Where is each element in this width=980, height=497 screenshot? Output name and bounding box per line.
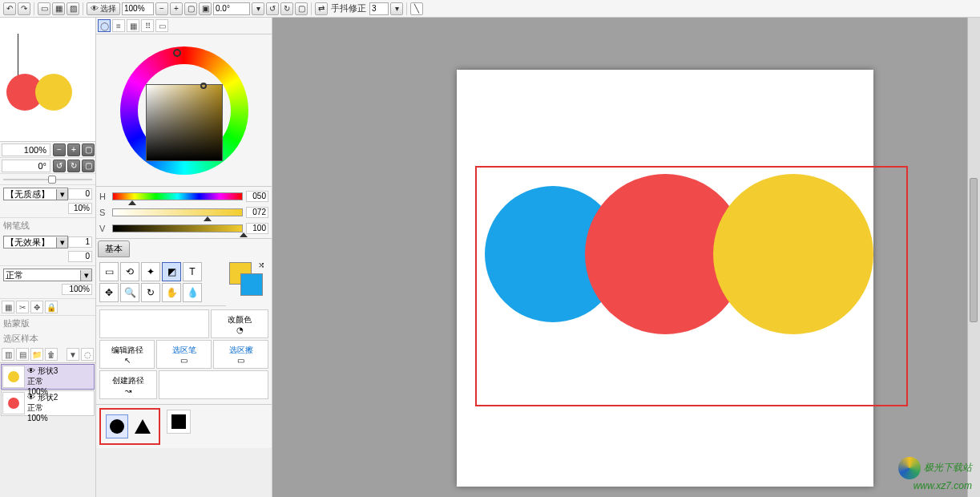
nav-slider[interactable] <box>0 174 95 185</box>
text-tool-icon[interactable]: T <box>183 262 202 281</box>
zoom-out-icon[interactable]: − <box>155 2 168 15</box>
new-linework-icon[interactable]: ▤ <box>16 348 29 361</box>
subtool-empty-1[interactable] <box>99 309 209 338</box>
effect-val-1[interactable]: 1 <box>68 236 92 248</box>
nav-rot-ccw-icon[interactable]: ↺ <box>53 160 66 172</box>
nav-rot-cw-icon[interactable]: ↻ <box>67 160 80 172</box>
canvas-area[interactable]: 极光下载站 www.xz7.com <box>272 18 980 497</box>
zoom-input[interactable] <box>122 2 154 15</box>
deselect-icon[interactable]: ▭ <box>38 2 50 15</box>
effect-combo[interactable]: 【无效果】▾ <box>3 236 68 248</box>
lasso-icon[interactable]: ⟲ <box>120 262 139 281</box>
background-color[interactable] <box>240 273 263 296</box>
texture-val-2[interactable]: 10% <box>68 203 92 214</box>
yellow-circle[interactable] <box>713 174 873 334</box>
hue-label: H <box>99 192 109 201</box>
clear-layer-icon[interactable]: ◌ <box>81 348 94 361</box>
sel-erase-button[interactable]: 选区擦▭ <box>213 340 268 369</box>
color-wheel-icon[interactable]: ◯ <box>98 19 111 32</box>
layer-name: 形状3 <box>38 366 58 376</box>
triangle-shape-button[interactable] <box>131 414 154 438</box>
zoom-tool-icon[interactable]: 🔍 <box>120 283 139 302</box>
texture-val-1[interactable]: 0 <box>68 188 92 200</box>
flip-horizontal-icon[interactable]: ⇄ <box>315 2 328 15</box>
angle-dropdown-icon[interactable]: ▾ <box>252 2 264 15</box>
edit-path-button[interactable]: 编辑路径↖ <box>99 340 155 369</box>
selection-style-label: 选区样本 <box>0 331 95 346</box>
zoom-fit-icon[interactable]: ▢ <box>184 2 197 15</box>
eye-icon[interactable]: 👁 <box>27 392 35 402</box>
preserve-opacity-icon[interactable]: ▦ <box>2 301 14 313</box>
delete-layer-icon[interactable]: 🗑 <box>45 348 58 361</box>
hue-value[interactable]: 050 <box>246 191 268 202</box>
change-color-button[interactable]: 改颜色◔ <box>211 309 268 338</box>
color-mixer-icon[interactable]: ▦ <box>127 19 139 32</box>
rect-select-icon[interactable]: ▭ <box>99 262 119 281</box>
move-icon[interactable]: ✥ <box>30 301 43 313</box>
effect-val-2[interactable]: 0 <box>68 251 92 262</box>
layer-opacity[interactable]: 100% <box>62 284 92 295</box>
select-mode-button[interactable]: 👁选择 <box>87 2 120 15</box>
navigator-preview[interactable] <box>0 18 95 142</box>
palette-tab[interactable]: 基本 <box>98 240 130 257</box>
nav-angle-value[interactable]: 0° <box>2 160 50 172</box>
swatch-grid[interactable] <box>96 448 272 497</box>
new-layer-icon[interactable]: ▥ <box>2 348 14 361</box>
rotate-cw-icon[interactable]: ↻ <box>280 2 293 15</box>
undo-icon[interactable]: ↶ <box>3 2 16 15</box>
clipping-icon[interactable]: ✂ <box>16 301 29 313</box>
layer-item[interactable]: 👁 形状3正常100% <box>1 364 95 390</box>
merge-down-icon[interactable]: ▼ <box>67 348 79 361</box>
rectangle-shape-button[interactable] <box>167 410 191 434</box>
nav-zoom-in-icon[interactable]: + <box>67 143 80 156</box>
sat-slider[interactable] <box>112 208 243 216</box>
texture-combo[interactable]: 【无质感】▾ <box>3 188 68 200</box>
stabilizer-label: 手抖修正 <box>329 2 368 14</box>
nav-rot-reset-icon[interactable]: ▢ <box>82 160 95 172</box>
new-folder-icon[interactable]: 📁 <box>30 348 43 361</box>
line-tool-icon[interactable]: ╲ <box>410 2 423 15</box>
eye-icon[interactable]: 👁 <box>27 366 35 376</box>
show-sel-icon[interactable]: ▨ <box>67 2 79 15</box>
shape-tool-icon[interactable]: ◩ <box>162 262 181 281</box>
nav-zoom-reset-icon[interactable]: ▢ <box>82 143 95 156</box>
sat-value[interactable]: 072 <box>246 207 268 218</box>
tool-grid: ▭ ⟲ ✦ ◩ T ✥ 🔍 ↻ ✋ 💧 <box>96 259 226 306</box>
hue-slider[interactable] <box>112 192 243 200</box>
scratchpad-icon[interactable]: ▭ <box>155 19 168 32</box>
vertical-scrollbar[interactable] <box>967 18 980 497</box>
rotate-ccw-icon[interactable]: ↺ <box>266 2 279 15</box>
val-value[interactable]: 100 <box>246 223 268 234</box>
eyedropper-icon[interactable]: 💧 <box>183 283 202 302</box>
sat-label: S <box>99 208 109 217</box>
invert-sel-icon[interactable]: ▦ <box>52 2 65 15</box>
color-wheel[interactable] <box>96 34 272 187</box>
val-label: V <box>99 224 109 233</box>
create-path-button[interactable]: 创建路径↝ <box>99 370 157 399</box>
ellipse-shape-button[interactable] <box>106 414 128 438</box>
nav-zoom-out-icon[interactable]: − <box>53 143 66 156</box>
rotate-reset-icon[interactable]: ▢ <box>295 2 308 15</box>
rgb-slider-icon[interactable]: ≡ <box>112 19 125 32</box>
magic-wand-icon[interactable]: ✦ <box>141 262 160 281</box>
swap-colors-icon[interactable]: ⤭ <box>258 261 264 269</box>
zoom-in-icon[interactable]: + <box>170 2 183 15</box>
layer-list: 👁 形状3正常100% 👁 形状2正常100% <box>0 363 95 497</box>
zoom-reset-icon[interactable]: ▣ <box>199 2 212 15</box>
layer-item[interactable]: 👁 形状2正常100% <box>1 390 95 416</box>
subtool-empty-2[interactable] <box>159 370 268 399</box>
stabilizer-dropdown-icon[interactable]: ▾ <box>390 2 403 15</box>
nav-zoom-value[interactable]: 100% <box>2 143 50 156</box>
sel-pen-button[interactable]: 选区笔▭ <box>156 340 212 369</box>
val-slider[interactable] <box>112 224 243 232</box>
move-tool-icon[interactable]: ✥ <box>99 283 119 302</box>
mask-label: 贴蒙版 <box>0 316 95 331</box>
stabilizer-input[interactable] <box>369 2 389 15</box>
blend-mode-combo[interactable]: 正常▾ <box>3 269 92 281</box>
angle-input[interactable] <box>213 2 250 15</box>
hand-tool-icon[interactable]: ✋ <box>162 283 181 302</box>
redo-icon[interactable]: ↷ <box>18 2 30 15</box>
swatches-icon[interactable]: ⠿ <box>141 19 154 32</box>
rotate-tool-icon[interactable]: ↻ <box>141 283 160 302</box>
lock-icon[interactable]: 🔒 <box>45 301 58 313</box>
